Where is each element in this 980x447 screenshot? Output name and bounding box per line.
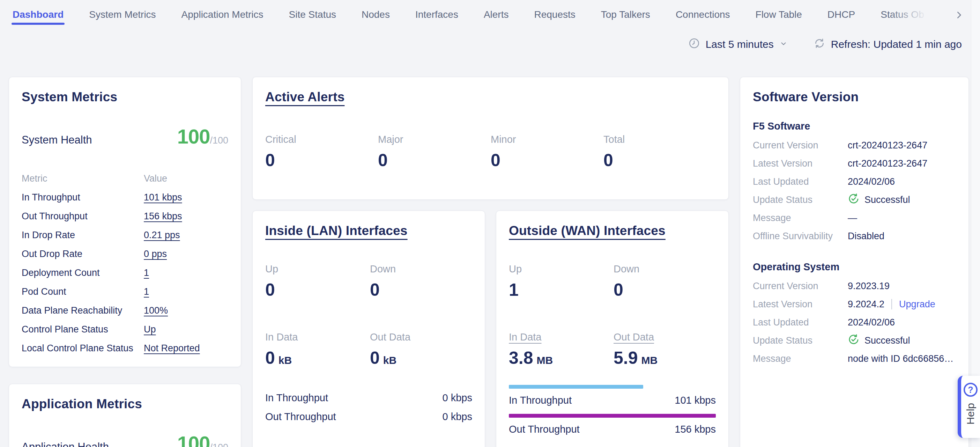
out-throughput-value: 156 kbps bbox=[675, 424, 716, 435]
up-label: Up bbox=[509, 263, 614, 275]
lan-up-down-stats: Up 0 Down 0 bbox=[265, 263, 472, 300]
metric-label: In Throughput bbox=[22, 192, 144, 203]
metric-label: In Drop Rate bbox=[22, 230, 144, 241]
wan-throughput-section: In Throughput 101 kbps Out Throughput 15… bbox=[509, 385, 716, 437]
list-item: Update Status Successful bbox=[753, 331, 956, 350]
help-button[interactable]: ? Help bbox=[958, 376, 980, 438]
down-label: Down bbox=[370, 263, 475, 275]
tab-dhcp[interactable]: DHCP bbox=[827, 0, 855, 29]
wan-in-throughput-row: In Throughput 101 kbps bbox=[509, 392, 716, 408]
tab-requests[interactable]: Requests bbox=[534, 0, 575, 29]
out-data-number: 0 bbox=[370, 348, 380, 368]
alert-severity-label: Critical bbox=[265, 134, 378, 145]
dashboard-grid: System Metrics System Health 100/100 Met… bbox=[0, 77, 980, 447]
tab-application-metrics[interactable]: Application Metrics bbox=[181, 0, 264, 29]
in-data-link[interactable]: In Data bbox=[509, 331, 542, 343]
metric-label: Pod Count bbox=[22, 286, 144, 297]
table-row: Pod Count1 bbox=[22, 282, 228, 301]
list-item: Latest Version 9.2024.2 Upgrade bbox=[753, 295, 956, 313]
tab-system-metrics[interactable]: System Metrics bbox=[89, 0, 156, 29]
refresh-status-label: Refresh: Updated 1 min ago bbox=[831, 38, 962, 50]
alert-total: Total 0 bbox=[603, 134, 716, 171]
active-alerts-title-link[interactable]: Active Alerts bbox=[265, 90, 344, 104]
tab-alerts[interactable]: Alerts bbox=[484, 0, 509, 29]
system-metrics-title: System Metrics bbox=[22, 90, 228, 104]
system-health-label: System Health bbox=[22, 134, 92, 146]
software-version-card: Software Version F5 Software Current Ver… bbox=[740, 77, 969, 447]
tabs-overflow-chevron-button[interactable] bbox=[951, 8, 967, 23]
wan-down-stat: Down 0 bbox=[614, 263, 718, 300]
metric-value-link[interactable]: 156 kbps bbox=[144, 211, 182, 222]
upgrade-link[interactable]: Upgrade bbox=[899, 299, 935, 310]
tab-connections[interactable]: Connections bbox=[676, 0, 730, 29]
table-row: Local Control Plane StatusNot Reported bbox=[22, 339, 228, 358]
last-updated-value: 2024/02/06 bbox=[848, 317, 895, 328]
health-score-value: 100 bbox=[177, 125, 210, 148]
metric-value-link[interactable]: 1 bbox=[144, 268, 149, 278]
tab-site-status[interactable]: Site Status bbox=[289, 0, 336, 29]
chevron-down-icon bbox=[780, 38, 788, 50]
list-item: Current Version 9.2023.19 bbox=[753, 277, 956, 295]
tab-dashboard[interactable]: Dashboard bbox=[13, 0, 64, 29]
software-version-title: Software Version bbox=[753, 90, 956, 104]
metric-label: Deployment Count bbox=[22, 268, 144, 278]
lan-throughput-section: In Throughput 0 kbps Out Throughput 0 kb… bbox=[265, 388, 472, 426]
metric-value-link[interactable]: 0.21 pps bbox=[144, 230, 180, 241]
metric-value-link[interactable]: 100% bbox=[144, 305, 168, 316]
tab-status-objects[interactable]: Status Ob bbox=[881, 0, 924, 29]
tab-interfaces[interactable]: Interfaces bbox=[415, 0, 458, 29]
wan-out-throughput-row: Out Throughput 156 kbps bbox=[509, 421, 716, 437]
update-status-value: Successful bbox=[848, 193, 910, 207]
up-value: 1 bbox=[509, 280, 614, 300]
current-version-value: crt-20240123-2647 bbox=[848, 140, 927, 151]
table-row: In Throughput101 kbps bbox=[22, 188, 228, 207]
application-metrics-title: Application Metrics bbox=[22, 397, 228, 411]
list-item: Update Status Successful bbox=[753, 191, 956, 209]
out-data-link[interactable]: Out Data bbox=[614, 331, 654, 343]
metric-column-header: Metric bbox=[22, 173, 144, 184]
alert-minor: Minor 0 bbox=[491, 134, 603, 171]
lan-interfaces-title-link[interactable]: Inside (LAN) Interfaces bbox=[265, 224, 407, 238]
wan-interfaces-card: Outside (WAN) Interfaces Up 1 Down 0 bbox=[496, 211, 729, 447]
table-row: Out Drop Rate0 pps bbox=[22, 244, 228, 263]
alert-count-value: 0 bbox=[491, 150, 603, 171]
out-data-value: 5.9 MB bbox=[614, 348, 718, 368]
message-label: Message bbox=[753, 213, 848, 224]
list-item: Offline Survivability Disabled bbox=[753, 227, 956, 245]
chevron-right-icon bbox=[954, 10, 964, 21]
system-health-row: System Health 100/100 bbox=[22, 125, 228, 148]
out-data-label: Out Data bbox=[370, 331, 475, 343]
update-status-label: Update Status bbox=[753, 335, 848, 346]
f5-software-section-title: F5 Software bbox=[753, 120, 956, 132]
metric-value-link[interactable]: Not Reported bbox=[144, 343, 200, 354]
out-throughput-value: 0 kbps bbox=[442, 411, 472, 423]
application-health-score: 100/100 bbox=[177, 432, 228, 447]
system-metrics-table: Metric Value In Throughput101 kbps Out T… bbox=[22, 169, 228, 358]
tab-flow-table[interactable]: Flow Table bbox=[756, 0, 802, 29]
wan-interfaces-title-link[interactable]: Outside (WAN) Interfaces bbox=[509, 224, 665, 238]
application-health-row: Application Health 100/100 bbox=[22, 432, 228, 447]
metric-value-link[interactable]: 101 kbps bbox=[144, 192, 182, 203]
alert-severity-label: Major bbox=[378, 134, 491, 145]
active-alerts-card: Active Alerts Critical 0 Major 0 Minor 0 bbox=[252, 77, 729, 200]
update-status-text: Successful bbox=[864, 195, 910, 205]
wan-in-data-stat: In Data 3.8 MB bbox=[509, 331, 614, 368]
refresh-control[interactable]: Refresh: Updated 1 min ago bbox=[813, 37, 962, 52]
health-score-denominator: /100 bbox=[210, 442, 228, 447]
alert-severity-label: Total bbox=[603, 134, 716, 145]
metric-value-link[interactable]: 0 pps bbox=[144, 249, 167, 259]
time-range-selector[interactable]: Last 5 minutes bbox=[688, 37, 788, 52]
offline-survivability-value: Disabled bbox=[848, 231, 885, 242]
tab-top-talkers[interactable]: Top Talkers bbox=[601, 0, 650, 29]
table-header-row: Metric Value bbox=[22, 169, 228, 188]
in-data-number: 0 bbox=[265, 348, 275, 368]
out-throughput-bar bbox=[509, 414, 716, 418]
last-updated-label: Last Updated bbox=[753, 176, 848, 187]
last-updated-value: 2024/02/06 bbox=[848, 176, 895, 187]
metric-value-link[interactable]: 1 bbox=[144, 286, 149, 297]
latest-version-label: Latest Version bbox=[753, 299, 848, 310]
metric-value-link[interactable]: Up bbox=[144, 324, 156, 335]
operating-system-section-title: Operating System bbox=[753, 261, 956, 273]
table-row: Data Plane Reachability100% bbox=[22, 301, 228, 320]
tab-nodes[interactable]: Nodes bbox=[361, 0, 390, 29]
